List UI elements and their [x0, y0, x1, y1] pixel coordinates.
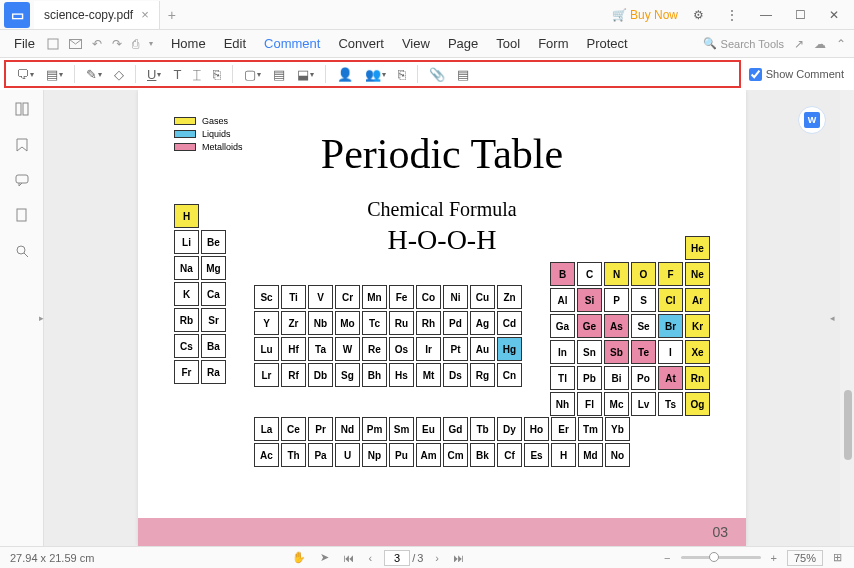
text-tool[interactable]: T [169, 65, 185, 84]
save-icon[interactable] [47, 38, 59, 50]
new-tab-button[interactable]: + [160, 7, 184, 23]
attachment-tool[interactable]: 📎 [425, 65, 449, 84]
eraser-tool[interactable]: ◇ [110, 65, 128, 84]
file-menu[interactable]: File [8, 34, 41, 53]
tab-edit[interactable]: Edit [224, 36, 246, 51]
zoom-out-button[interactable]: − [662, 552, 672, 564]
settings-icon[interactable]: ⚙ [684, 1, 712, 29]
shape-rect-tool[interactable]: ▢▾ [240, 65, 265, 84]
undo-icon[interactable]: ↶ [92, 37, 102, 51]
print-dropdown-icon[interactable]: ▾ [149, 39, 153, 48]
scroll-thumb[interactable] [844, 390, 852, 460]
zoom-percent[interactable]: 75% [787, 550, 823, 566]
element-cell: Li [174, 230, 199, 254]
tab-form[interactable]: Form [538, 36, 568, 51]
element-cell: Nh [550, 392, 575, 416]
link-tool[interactable]: ⎘ [394, 65, 410, 84]
element-cell: K [174, 282, 199, 306]
thumbnails-icon[interactable] [15, 102, 29, 116]
element-cell: Ds [443, 363, 468, 387]
textbox-tool[interactable]: ⌶ [189, 65, 205, 84]
word-icon: W [804, 112, 820, 128]
element-cell: Ts [658, 392, 683, 416]
note-tool[interactable]: 🗨▾ [12, 65, 38, 84]
attachments-panel-icon[interactable] [16, 208, 27, 222]
close-window-button[interactable]: ✕ [820, 1, 848, 29]
highlight-tool[interactable]: ▤▾ [42, 65, 67, 84]
current-page-input[interactable] [384, 550, 410, 566]
tab-protect[interactable]: Protect [586, 36, 627, 51]
element-cell [658, 236, 683, 260]
bookmarks-icon[interactable] [16, 138, 28, 152]
show-comment-toggle[interactable]: Show Comment [749, 68, 844, 81]
search-panel-icon[interactable] [15, 244, 29, 258]
more-icon[interactable]: ⋮ [718, 1, 746, 29]
element-cell: B [550, 262, 575, 286]
page-number: 03 [712, 524, 728, 540]
element-cell: Nd [335, 417, 360, 441]
element-cell: Cl [658, 288, 683, 312]
maximize-button[interactable]: ☐ [786, 1, 814, 29]
comment-toolbar: 🗨▾ ▤▾ ✎▾ ◇ U▾ T ⌶ ⎘ ▢▾ ▤ ⬓▾ 👤 👥▾ ⎘ 📎 ▤ S… [0, 58, 854, 90]
tab-comment[interactable]: Comment [264, 36, 320, 51]
buy-now-link[interactable]: 🛒 Buy Now [612, 8, 678, 22]
close-tab-icon[interactable]: × [141, 7, 149, 22]
tab-view[interactable]: View [402, 36, 430, 51]
prev-page-button[interactable]: ‹ [366, 552, 374, 564]
show-comment-checkbox[interactable] [749, 68, 762, 81]
collapse-ribbon-icon[interactable]: ⌃ [836, 37, 846, 51]
last-page-button[interactable]: ⏭ [451, 552, 466, 564]
element-cell: Ag [470, 311, 495, 335]
hand-tool-icon[interactable]: ✋ [290, 551, 308, 564]
element-cell: Tb [470, 417, 495, 441]
element-cell: F [658, 262, 683, 286]
element-cell: Pm [362, 417, 387, 441]
tab-tool[interactable]: Tool [496, 36, 520, 51]
zoom-in-button[interactable]: + [769, 552, 779, 564]
fit-page-icon[interactable]: ⊞ [831, 551, 844, 564]
mail-icon[interactable] [69, 39, 82, 49]
comment-box-tool[interactable]: ▤ [269, 65, 289, 84]
element-cell: Ce [281, 417, 306, 441]
select-tool-icon[interactable]: ➤ [318, 551, 331, 564]
search-tools-box[interactable]: 🔍 Search Tools [703, 37, 784, 50]
element-cell: Ne [685, 262, 710, 286]
comments-panel-icon[interactable] [15, 174, 29, 186]
cloud-icon[interactable]: ☁ [814, 37, 826, 51]
vertical-scrollbar[interactable]: ◂ [840, 90, 854, 546]
element-cell: Og [685, 392, 710, 416]
svg-rect-0 [48, 39, 58, 49]
element-cell: Db [308, 363, 333, 387]
stamp-tool[interactable]: 👤 [333, 65, 357, 84]
tab-page[interactable]: Page [448, 36, 478, 51]
export-word-badge[interactable]: W [798, 106, 826, 134]
underline-tool[interactable]: U▾ [143, 65, 165, 84]
print-icon[interactable]: ⎙ [132, 37, 139, 51]
expand-right-rail-icon[interactable]: ◂ [830, 313, 835, 323]
file-tab[interactable]: science-copy.pdf × [34, 1, 160, 29]
document-canvas[interactable]: Gases Liquids Metalloids Periodic Table … [44, 90, 840, 546]
tab-home[interactable]: Home [171, 36, 206, 51]
svg-rect-5 [17, 209, 26, 221]
tab-convert[interactable]: Convert [338, 36, 384, 51]
minimize-button[interactable]: — [752, 1, 780, 29]
next-page-button[interactable]: › [433, 552, 441, 564]
first-page-button[interactable]: ⏮ [341, 552, 356, 564]
element-cell: I [658, 340, 683, 364]
redo-icon[interactable]: ↷ [112, 37, 122, 51]
element-cell: Mt [416, 363, 441, 387]
element-cell: Re [362, 337, 387, 361]
element-cell: Po [631, 366, 656, 390]
legend-gases: Gases [174, 116, 243, 126]
signature-tool[interactable]: 👥▾ [361, 65, 390, 84]
zoom-slider[interactable] [681, 556, 761, 559]
measure-tool[interactable]: ⬓▾ [293, 65, 318, 84]
pencil-tool[interactable]: ✎▾ [82, 65, 106, 84]
element-cell: Co [416, 285, 441, 309]
callout-tool[interactable]: ⎘ [209, 65, 225, 84]
zoom-slider-thumb[interactable] [709, 552, 719, 562]
page-title: Periodic Table [138, 130, 746, 178]
notes-panel-tool[interactable]: ▤ [453, 65, 473, 84]
open-external-icon[interactable]: ↗ [794, 37, 804, 51]
element-cell: Ca [201, 282, 226, 306]
